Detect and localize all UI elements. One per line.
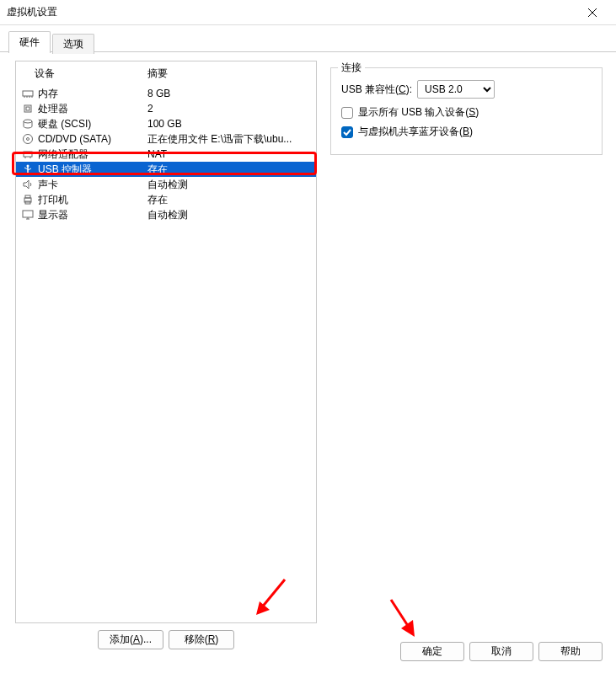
svg-rect-7: [24, 105, 31, 112]
share-bluetooth-row[interactable]: 与虚拟机共享蓝牙设备(B): [341, 125, 592, 139]
connection-group-title: 连接: [338, 61, 365, 75]
dialog-buttons: 确定 取消 帮助: [400, 642, 603, 661]
disk-icon: [21, 117, 35, 131]
header-summary: 摘要: [147, 67, 311, 81]
titlebar: 虚拟机设置: [0, 0, 616, 25]
memory-icon: [21, 87, 35, 100]
device-name: 处理器: [35, 102, 147, 116]
help-button[interactable]: 帮助: [538, 642, 603, 661]
add-device-button[interactable]: 添加(A)...: [98, 630, 163, 649]
device-list-header: 设备 摘要: [16, 61, 316, 86]
tab-hardware[interactable]: 硬件: [8, 31, 51, 53]
svg-point-9: [24, 120, 32, 123]
device-row[interactable]: 声卡自动检测: [16, 177, 316, 192]
device-list[interactable]: 内存8 GB处理器2硬盘 (SCSI)100 GBCD/DVD (SATA)正在…: [16, 86, 316, 622]
device-name: CD/DVD (SATA): [35, 133, 147, 145]
device-name: 显示器: [35, 208, 147, 222]
content-area: 设备 摘要 内存8 GB处理器2硬盘 (SCSI)100 GBCD/DVD (S…: [0, 51, 616, 658]
device-row[interactable]: 硬盘 (SCSI)100 GB: [16, 116, 316, 131]
svg-point-11: [27, 138, 29, 141]
show-all-usb-checkbox[interactable]: [341, 107, 353, 119]
cpu-icon: [21, 102, 35, 115]
device-row[interactable]: CD/DVD (SATA)正在使用文件 E:\迅雷下载\ubu...: [16, 131, 316, 147]
tab-options[interactable]: 选项: [52, 34, 94, 54]
device-summary: NAT: [147, 148, 311, 160]
add-device-label: 添加(A)...: [110, 633, 152, 647]
window-title: 虚拟机设置: [7, 5, 57, 19]
device-summary: 2: [147, 103, 311, 115]
close-icon: [588, 8, 597, 17]
device-summary: 正在使用文件 E:\迅雷下载\ubu...: [147, 132, 311, 147]
svg-rect-8: [26, 107, 29, 110]
device-row[interactable]: 网络适配器NAT: [16, 147, 316, 162]
svg-rect-21: [25, 195, 30, 198]
usb-compat-row: USB 兼容性(C): USB 1.1USB 2.0USB 3.1: [341, 80, 592, 99]
device-summary: 8 GB: [147, 88, 311, 99]
usb-compat-label: USB 兼容性(C):: [341, 83, 412, 97]
usb-icon: [21, 163, 35, 176]
remove-device-button[interactable]: 移除(R): [169, 630, 234, 649]
printer-icon: [21, 193, 35, 206]
sound-icon: [21, 178, 35, 191]
device-name: 网络适配器: [35, 147, 147, 162]
ok-button[interactable]: 确定: [400, 642, 464, 661]
device-row[interactable]: 处理器2: [16, 101, 316, 116]
svg-rect-23: [23, 211, 33, 217]
cancel-button[interactable]: 取消: [469, 642, 533, 661]
device-name: 声卡: [35, 178, 147, 192]
svg-rect-2: [23, 91, 33, 96]
device-listbox: 设备 摘要 内存8 GB处理器2硬盘 (SCSI)100 GBCD/DVD (S…: [15, 61, 317, 623]
device-row[interactable]: USB 控制器存在: [16, 162, 316, 177]
device-summary: 自动检测: [147, 208, 311, 222]
close-button[interactable]: [576, 1, 609, 24]
show-all-usb-row[interactable]: 显示所有 USB 输入设备(S): [341, 105, 592, 120]
connection-groupbox: 连接 USB 兼容性(C): USB 1.1USB 2.0USB 3.1 显示所…: [330, 67, 603, 155]
device-name: 打印机: [35, 193, 147, 207]
cd-icon: [21, 132, 35, 146]
share-bluetooth-label: 与虚拟机共享蓝牙设备(B): [358, 125, 473, 139]
device-summary: 100 GB: [147, 118, 311, 130]
device-buttons: 添加(A)... 移除(R): [15, 623, 317, 649]
remove-device-label: 移除(R): [185, 633, 219, 647]
svg-marker-19: [24, 180, 29, 189]
device-row[interactable]: 打印机存在: [16, 192, 316, 207]
right-panel: 连接 USB 兼容性(C): USB 1.1USB 2.0USB 3.1 显示所…: [322, 52, 606, 649]
device-summary: 存在: [147, 193, 311, 207]
left-panel: 设备 摘要 内存8 GB处理器2硬盘 (SCSI)100 GBCD/DVD (S…: [10, 52, 322, 649]
device-name: 内存: [35, 87, 147, 101]
header-device: 设备: [21, 67, 147, 81]
tab-bar: 硬件 选项: [8, 30, 616, 52]
svg-rect-12: [24, 152, 32, 157]
device-name: USB 控制器: [35, 163, 147, 177]
usb-compat-select[interactable]: USB 1.1USB 2.0USB 3.1: [417, 80, 495, 99]
device-name: 硬盘 (SCSI): [35, 117, 147, 131]
device-summary: 自动检测: [147, 178, 311, 192]
share-bluetooth-checkbox[interactable]: [341, 126, 353, 138]
svg-point-10: [24, 135, 33, 144]
device-row[interactable]: 显示器自动检测: [16, 207, 316, 222]
display-icon: [21, 208, 35, 222]
net-icon: [21, 147, 35, 161]
show-all-usb-label: 显示所有 USB 输入设备(S): [358, 105, 479, 120]
device-summary: 存在: [147, 163, 311, 177]
device-row[interactable]: 内存8 GB: [16, 86, 316, 101]
